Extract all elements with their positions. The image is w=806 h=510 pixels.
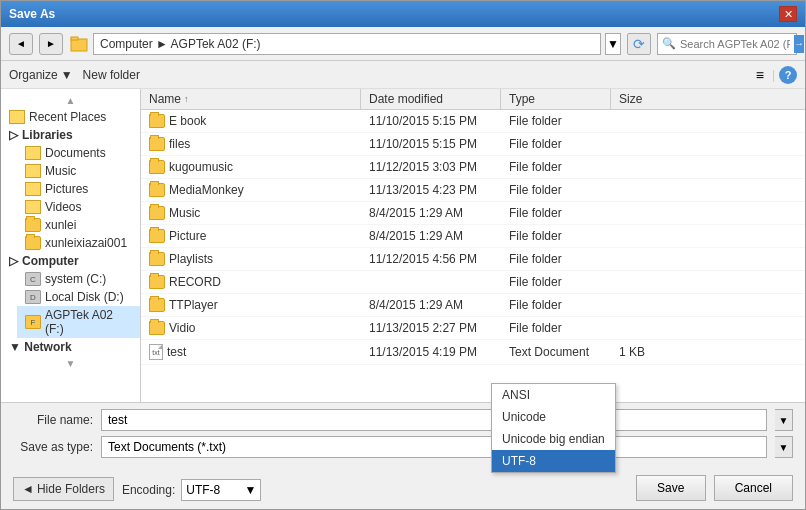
savetype-input[interactable] <box>101 436 767 458</box>
folder-icon <box>149 183 165 197</box>
sidebar-group-network[interactable]: ▼ Network <box>1 338 140 356</box>
search-submit-button[interactable]: → <box>794 35 804 53</box>
sidebar-item-xunlei[interactable]: xunlei <box>17 216 140 234</box>
filename-label: File name: <box>13 413 93 427</box>
svg-rect-1 <box>71 37 78 40</box>
view-toggle-button[interactable]: ≡ <box>752 65 768 85</box>
col-header-date[interactable]: Date modified <box>361 89 501 109</box>
sidebar-item-recent-places[interactable]: Recent Places <box>1 108 140 126</box>
sidebar-item-videos[interactable]: Videos <box>17 198 140 216</box>
file-date: 11/13/2015 4:19 PM <box>361 343 501 361</box>
libraries-expand-icon: ▷ <box>9 128 18 142</box>
file-name: MediaMonkey <box>169 183 244 197</box>
organize-button[interactable]: Organize ▼ <box>9 68 73 82</box>
table-row[interactable]: kugoumusic 11/12/2015 3:03 PM File folde… <box>141 156 805 179</box>
sidebar-group-libraries[interactable]: ▷ Libraries <box>1 126 140 144</box>
file-rows-container: E book 11/10/2015 5:15 PM File folder fi… <box>141 110 805 365</box>
sidebar-item-pictures[interactable]: Pictures <box>17 180 140 198</box>
address-bar-icon <box>69 34 89 54</box>
libraries-children: Documents Music Pictures Videos xunlei <box>1 144 140 252</box>
view-options: ≡ | ? <box>752 65 797 85</box>
encoding-select[interactable]: UTF-8 ▼ <box>181 479 261 501</box>
file-type: File folder <box>501 227 611 245</box>
savetype-dropdown-btn[interactable]: ▼ <box>775 436 793 458</box>
file-date: 11/10/2015 5:15 PM <box>361 112 501 130</box>
close-button[interactable]: ✕ <box>779 6 797 22</box>
save-as-dialog: Save As ✕ ◄ ► Computer ► AGPTek A02 (F:)… <box>0 0 806 510</box>
table-row[interactable]: txt test 11/13/2015 4:19 PM Text Documen… <box>141 340 805 365</box>
search-input[interactable] <box>680 38 790 50</box>
sidebar-group-computer[interactable]: ▷ Computer <box>1 252 140 270</box>
help-button[interactable]: ? <box>779 66 797 84</box>
file-date: 11/13/2015 2:27 PM <box>361 319 501 337</box>
table-row[interactable]: RECORD File folder <box>141 271 805 294</box>
hide-folders-button[interactable]: ◄ Hide Folders <box>13 477 114 501</box>
sidebar-item-documents[interactable]: Documents <box>17 144 140 162</box>
sidebar-item-xunleixiazai001[interactable]: xunleixiazai001 <box>17 234 140 252</box>
table-row[interactable]: Playlists 11/12/2015 4:56 PM File folder <box>141 248 805 271</box>
col-header-type[interactable]: Type <box>501 89 611 109</box>
address-path[interactable]: Computer ► AGPTek A02 (F:) <box>93 33 601 55</box>
table-row[interactable]: Music 8/4/2015 1:29 AM File folder <box>141 202 805 225</box>
encoding-dropdown-popup: ANSI Unicode Unicode big endian UTF-8 <box>491 383 616 473</box>
forward-button[interactable]: ► <box>39 33 63 55</box>
file-size <box>611 119 671 123</box>
folder-icon <box>149 137 165 151</box>
folder-icon <box>149 275 165 289</box>
file-name: E book <box>169 114 206 128</box>
encoding-option-ansi[interactable]: ANSI <box>492 384 615 406</box>
file-name: kugoumusic <box>169 160 233 174</box>
sidebar-scroll-down[interactable]: ▼ <box>1 356 140 371</box>
music-icon <box>25 164 41 178</box>
table-row[interactable]: MediaMonkey 11/13/2015 4:23 PM File fold… <box>141 179 805 202</box>
table-row[interactable]: E book 11/10/2015 5:15 PM File folder <box>141 110 805 133</box>
savetype-row: Save as type: ▼ <box>13 436 793 458</box>
sidebar-item-local-disk-d[interactable]: D Local Disk (D:) <box>17 288 140 306</box>
table-row[interactable]: TTPlayer 8/4/2015 1:29 AM File folder <box>141 294 805 317</box>
file-type: File folder <box>501 181 611 199</box>
action-bar: Organize ▼ New folder ≡ | ? <box>1 61 805 89</box>
file-size <box>611 211 671 215</box>
sidebar-item-system-c[interactable]: C system (C:) <box>17 270 140 288</box>
videos-icon <box>25 200 41 214</box>
col-header-size[interactable]: Size <box>611 89 805 109</box>
address-dropdown-btn[interactable]: ▼ <box>605 33 621 55</box>
folder-icon <box>149 206 165 220</box>
filename-row: File name: ▼ <box>13 409 793 431</box>
computer-icon: ▷ <box>9 254 18 268</box>
encoding-option-utf8[interactable]: UTF-8 <box>492 450 615 472</box>
svg-rect-0 <box>71 39 87 51</box>
sidebar-scroll-up[interactable]: ▲ <box>1 93 140 108</box>
save-button[interactable]: Save <box>636 475 706 501</box>
filename-dropdown-btn[interactable]: ▼ <box>775 409 793 431</box>
cancel-button[interactable]: Cancel <box>714 475 793 501</box>
folder-icon <box>149 252 165 266</box>
sidebar-item-music[interactable]: Music <box>17 162 140 180</box>
file-type: File folder <box>501 250 611 268</box>
refresh-button[interactable]: ⟳ <box>627 33 651 55</box>
sidebar-item-agptek-f[interactable]: F AGPTek A02 (F:) <box>17 306 140 338</box>
encoding-option-unicode[interactable]: Unicode <box>492 406 615 428</box>
file-list-header: Name ↑ Date modified Type Size <box>141 89 805 110</box>
table-row[interactable]: files 11/10/2015 5:15 PM File folder <box>141 133 805 156</box>
back-button[interactable]: ◄ <box>9 33 33 55</box>
file-date: 8/4/2015 1:29 AM <box>361 204 501 222</box>
file-size <box>611 257 671 261</box>
file-type: File folder <box>501 296 611 314</box>
table-row[interactable]: Vidio 11/13/2015 2:27 PM File folder <box>141 317 805 340</box>
new-folder-button[interactable]: New folder <box>83 68 140 82</box>
table-row[interactable]: Picture 8/4/2015 1:29 AM File folder <box>141 225 805 248</box>
filename-input[interactable] <box>101 409 767 431</box>
name-sort-icon: ↑ <box>184 94 189 104</box>
xunleixiazai001-icon <box>25 236 41 250</box>
encoding-option-unicode-big[interactable]: Unicode big endian <box>492 428 615 450</box>
col-header-name[interactable]: Name ↑ <box>141 89 361 109</box>
file-type: File folder <box>501 319 611 337</box>
file-size <box>611 280 671 284</box>
savetype-label: Save as type: <box>13 440 93 454</box>
file-size <box>611 142 671 146</box>
file-date: 8/4/2015 1:29 AM <box>361 296 501 314</box>
file-date: 11/12/2015 3:03 PM <box>361 158 501 176</box>
file-size <box>611 234 671 238</box>
title-bar: Save As ✕ <box>1 1 805 27</box>
